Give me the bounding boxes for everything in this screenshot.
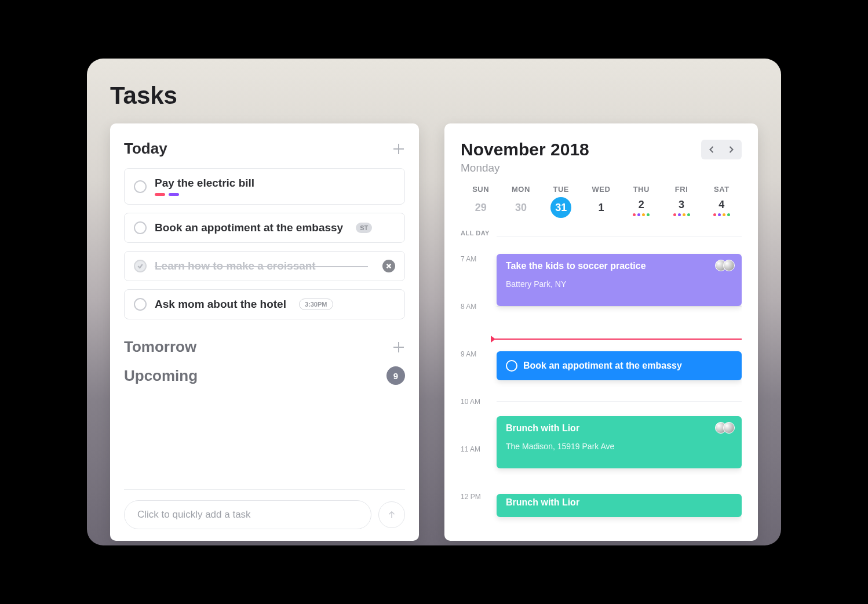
dow-label: SUN bbox=[461, 185, 501, 194]
add-today-button[interactable] bbox=[392, 143, 405, 155]
event-block[interactable]: Brunch with Lior bbox=[497, 494, 742, 517]
prev-button[interactable] bbox=[703, 141, 720, 158]
event-block[interactable]: Book an appotiment at the embassy bbox=[497, 351, 742, 380]
task-item[interactable]: Ask mom about the hotel 3:30PM bbox=[124, 289, 405, 319]
timeline[interactable]: ALL DAY 7 AM 8 AM 9 AM 10 AM 11 AM 12 PM… bbox=[461, 230, 742, 541]
date-cell[interactable]: 2 bbox=[621, 199, 661, 216]
app-window: Tasks Today Pay the electric bill bbox=[87, 59, 781, 545]
calendar-panel: November 2018 Monday SUN MON TUE WED T bbox=[444, 123, 758, 541]
event-check-ring[interactable] bbox=[506, 360, 517, 372]
hour-label: 12 PM bbox=[461, 493, 491, 501]
upcoming-heading: Upcoming bbox=[124, 367, 198, 385]
today-heading: Today bbox=[124, 140, 167, 158]
event-title: Brunch with Lior bbox=[506, 423, 732, 434]
task-time-pill: 3:30PM bbox=[299, 299, 333, 310]
event-subtitle: The Madison, 15919 Park Ave bbox=[506, 442, 732, 451]
page-title: Tasks bbox=[110, 82, 758, 110]
hour-label: 11 AM bbox=[461, 445, 491, 453]
task-item-completed[interactable]: Learn how to make a croissant bbox=[124, 251, 405, 281]
hour-label: 8 AM bbox=[461, 303, 491, 311]
next-button[interactable] bbox=[723, 141, 740, 158]
dow-label: WED bbox=[581, 185, 621, 194]
task-label: Learn how to make a croissant bbox=[155, 260, 316, 272]
current-time-indicator bbox=[493, 339, 742, 340]
event-title: Take the kids to soccer practice bbox=[506, 261, 732, 271]
hour-label: 9 AM bbox=[461, 350, 491, 358]
weekday-row: SUN MON TUE WED THU FRI SAT bbox=[461, 185, 742, 194]
task-label: Ask mom about the hotel bbox=[155, 298, 286, 311]
dow-label: TUE bbox=[541, 185, 581, 194]
hour-label: 7 AM bbox=[461, 255, 491, 263]
date-cell[interactable]: 30 bbox=[501, 202, 541, 214]
tag-dot-pink bbox=[155, 193, 165, 196]
event-subtitle: Battery Park, NY bbox=[506, 279, 732, 289]
dow-label: SAT bbox=[702, 185, 742, 194]
task-badge: ST bbox=[356, 223, 372, 233]
tomorrow-heading: Tomorrow bbox=[124, 338, 196, 356]
quick-add-submit-button[interactable] bbox=[378, 501, 405, 528]
upcoming-count-badge: 9 bbox=[386, 366, 405, 385]
dow-label: MON bbox=[501, 185, 541, 194]
tasks-panel: Today Pay the electric bill Book an appo… bbox=[110, 123, 419, 541]
calendar-month: November 2018 bbox=[461, 140, 589, 159]
task-checkbox-checked[interactable] bbox=[134, 260, 147, 272]
dow-label: FRI bbox=[661, 185, 701, 194]
tag-dot-purple bbox=[169, 193, 179, 196]
date-row: 29 30 31 1 2 3 bbox=[461, 197, 742, 218]
event-avatars bbox=[719, 422, 735, 434]
date-cell[interactable]: 3 bbox=[661, 199, 701, 216]
calendar-weekday: Monday bbox=[461, 162, 589, 174]
calendar-nav bbox=[701, 140, 742, 159]
task-label: Pay the electric bill bbox=[155, 177, 254, 190]
event-title: Brunch with Lior bbox=[506, 497, 732, 508]
date-cell[interactable]: 29 bbox=[461, 202, 501, 214]
event-block[interactable]: Take the kids to soccer practice Battery… bbox=[497, 254, 742, 306]
event-block[interactable]: Brunch with Lior The Madison, 15919 Park… bbox=[497, 416, 742, 468]
task-label: Book an appotiment at the embassy bbox=[155, 221, 343, 234]
task-checkbox[interactable] bbox=[134, 221, 147, 234]
dow-label: THU bbox=[621, 185, 661, 194]
event-title: Book an appotiment at the embassy bbox=[523, 361, 682, 371]
allday-label: ALL DAY bbox=[461, 230, 490, 236]
delete-task-button[interactable] bbox=[382, 260, 395, 272]
task-item[interactable]: Pay the electric bill bbox=[124, 168, 405, 205]
date-cell[interactable]: 4 bbox=[702, 199, 742, 216]
add-tomorrow-button[interactable] bbox=[392, 341, 405, 354]
date-cell-selected[interactable]: 31 bbox=[541, 197, 581, 218]
task-checkbox[interactable] bbox=[134, 298, 147, 311]
event-avatars bbox=[719, 260, 735, 271]
hour-label: 10 AM bbox=[461, 398, 491, 406]
task-item[interactable]: Book an appotiment at the embassy ST bbox=[124, 213, 405, 243]
quick-add-input[interactable]: Click to quickly add a task bbox=[124, 500, 371, 529]
quick-add-row: Click to quickly add a task bbox=[124, 489, 405, 541]
date-cell[interactable]: 1 bbox=[581, 202, 621, 214]
task-checkbox[interactable] bbox=[134, 180, 147, 193]
task-tags bbox=[155, 193, 254, 196]
